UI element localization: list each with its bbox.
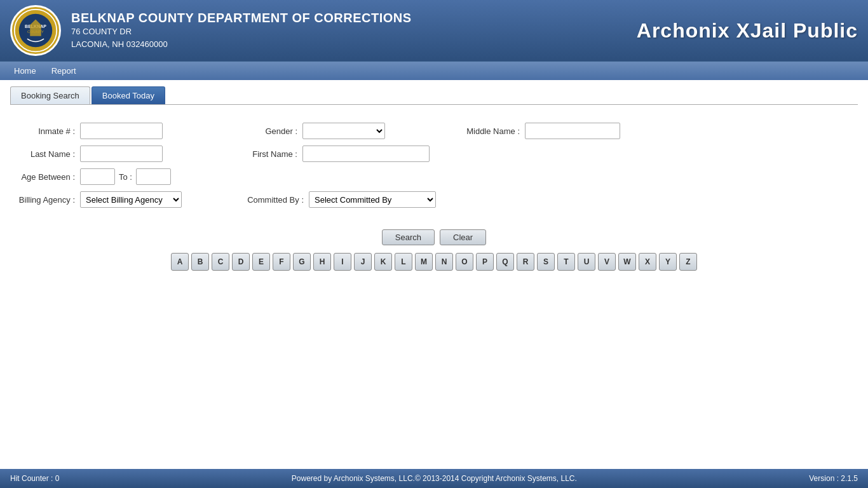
alpha-btn-b[interactable]: B <box>191 253 209 271</box>
form-row-1: Inmate # : Gender : Male Female Middle N… <box>10 123 858 139</box>
alpha-btn-t[interactable]: T <box>557 253 575 271</box>
alpha-btn-x[interactable]: X <box>639 253 656 271</box>
committed-by-group: Committed By : Select Committed By <box>239 191 436 208</box>
committed-by-label: Committed By : <box>239 195 309 205</box>
alpha-btn-m[interactable]: M <box>415 253 433 271</box>
search-form: Inmate # : Gender : Male Female Middle N… <box>10 115 858 222</box>
header-text: BELKNAP COUNTY DEPARTMENT OF CORRECTIONS… <box>71 11 637 50</box>
middle-name-input[interactable] <box>525 123 620 139</box>
form-row-4: Billing Agency : Select Billing Agency C… <box>10 191 858 208</box>
last-name-input[interactable] <box>80 146 163 162</box>
alpha-btn-i[interactable]: I <box>334 253 351 271</box>
alpha-btn-y[interactable]: Y <box>659 253 677 271</box>
inmate-group: Inmate # : <box>10 123 163 139</box>
nav-home[interactable]: Home <box>6 64 44 78</box>
alpha-btn-o[interactable]: O <box>456 253 473 271</box>
alpha-btn-e[interactable]: E <box>252 253 270 271</box>
inmate-input[interactable] <box>80 123 163 139</box>
gender-group: Gender : Male Female <box>233 123 385 139</box>
inmate-label: Inmate # : <box>10 126 80 136</box>
footer: Hit Counter : 0 Powered by Archonix Syst… <box>0 469 868 488</box>
alpha-btn-q[interactable]: Q <box>496 253 514 271</box>
alpha-btn-j[interactable]: J <box>354 253 372 271</box>
alpha-btn-z[interactable]: Z <box>679 253 697 271</box>
age-from-input[interactable] <box>80 168 115 185</box>
first-name-group: First Name : <box>233 146 430 162</box>
address-line2: LACONIA, NH 032460000 <box>71 38 637 51</box>
alpha-btn-c[interactable]: C <box>212 253 229 271</box>
app-brand: Archonix XJail Public <box>637 19 858 43</box>
first-name-input[interactable] <box>302 146 430 162</box>
tab-booking-search[interactable]: Booking Search <box>10 86 90 104</box>
search-button[interactable]: Search <box>382 229 435 245</box>
tab-booked-today[interactable]: Booked Today <box>92 86 165 104</box>
age-to-input[interactable] <box>136 168 171 185</box>
alpha-btn-k[interactable]: K <box>374 253 392 271</box>
alpha-row: ABCDEFGHIJKLMNOPQRSTUVWXYZ <box>10 253 858 271</box>
powered-by: Powered by Archonix Systems, LLC.© 2013-… <box>292 474 577 483</box>
nav-report[interactable]: Report <box>44 64 84 78</box>
first-name-label: First Name : <box>233 149 302 159</box>
billing-agency-label: Billing Agency : <box>10 195 80 205</box>
committed-by-select[interactable]: Select Committed By <box>309 191 436 208</box>
org-name: BELKNAP COUNTY DEPARTMENT OF CORRECTIONS <box>71 11 637 25</box>
alpha-btn-p[interactable]: P <box>476 253 494 271</box>
alpha-btn-f[interactable]: F <box>273 253 290 271</box>
alpha-btn-w[interactable]: W <box>618 253 636 271</box>
version: Version : 2.1.5 <box>809 474 858 483</box>
alpha-btn-u[interactable]: U <box>578 253 595 271</box>
hit-counter: Hit Counter : 0 <box>10 474 59 483</box>
alpha-btn-g[interactable]: G <box>293 253 311 271</box>
form-row-2: Last Name : First Name : <box>10 146 858 162</box>
last-name-label: Last Name : <box>10 149 80 159</box>
tab-bar: Booking Search Booked Today <box>10 86 858 105</box>
alpha-btn-h[interactable]: H <box>313 253 331 271</box>
billing-agency-group: Billing Agency : Select Billing Agency <box>10 191 182 208</box>
address-line1: 76 COUNTY DR <box>71 25 637 38</box>
alpha-btn-a[interactable]: A <box>171 253 189 271</box>
alpha-btn-r[interactable]: R <box>517 253 534 271</box>
alpha-btn-v[interactable]: V <box>598 253 616 271</box>
billing-agency-select[interactable]: Select Billing Agency <box>80 191 182 208</box>
age-between-label: Age Between : <box>10 172 80 182</box>
gender-select[interactable]: Male Female <box>302 123 385 139</box>
last-name-group: Last Name : <box>10 146 163 162</box>
alpha-btn-d[interactable]: D <box>232 253 250 271</box>
form-row-3: Age Between : To : <box>10 168 858 185</box>
clear-button[interactable]: Clear <box>440 229 486 245</box>
main-content: Booking Search Booked Today Inmate # : G… <box>0 80 868 469</box>
button-row: Search Clear <box>10 229 858 245</box>
middle-name-label: Middle Name : <box>455 126 525 136</box>
alpha-btn-l[interactable]: L <box>395 253 412 271</box>
nav-bar: Home Report <box>0 61 868 80</box>
middle-name-group: Middle Name : <box>455 123 620 139</box>
alpha-btn-s[interactable]: S <box>537 253 555 271</box>
org-logo: BELKNAP COUNTY <box>10 5 61 56</box>
age-group: Age Between : To : <box>10 168 171 185</box>
gender-label: Gender : <box>233 126 302 136</box>
alpha-btn-n[interactable]: N <box>435 253 453 271</box>
age-to-label: To : <box>119 172 132 182</box>
header: BELKNAP COUNTY BELKNAP COUNTY DEPARTMENT… <box>0 0 868 61</box>
